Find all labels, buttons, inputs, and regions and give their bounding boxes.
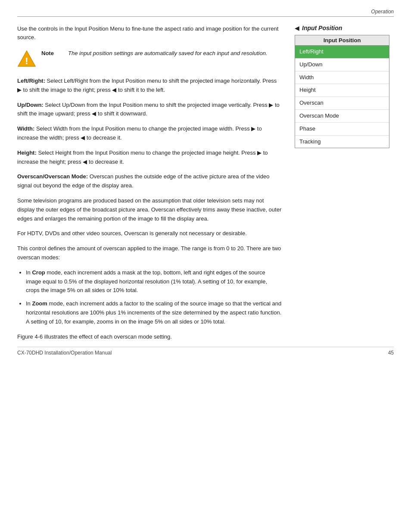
separator-line [17, 16, 394, 17]
section-height-title: Height: [17, 149, 37, 156]
menu-item-left-right[interactable]: Left/Right [295, 46, 389, 59]
section-overscan: Overscan/Overscan Mode: Overscan pushes … [17, 172, 282, 190]
body-para-2: For HDTV, DVDs and other video sources, … [17, 229, 282, 238]
menu-item-width[interactable]: Width [295, 72, 389, 84]
menu-box: Input Position Left/Right Up/Down Width … [295, 35, 389, 148]
menu-item-overscan-mode[interactable]: Overscan Mode [295, 110, 389, 123]
sidebar-title-text: Input Position [302, 25, 342, 31]
note-text: The input position settings are automati… [68, 49, 282, 58]
main-layout: Use the controls in the Input Position M… [17, 25, 394, 347]
section-height-body: Select Height from the Input Position me… [17, 149, 268, 165]
bullet-list: In Crop mode, each increment adds a mask… [26, 268, 282, 327]
left-content: Use the controls in the Input Position M… [17, 25, 282, 347]
menu-item-tracking[interactable]: Tracking [295, 136, 389, 148]
section-up-down: Up/Down: Select Up/Down from the Input P… [17, 101, 282, 119]
footer-right: 45 [388, 350, 394, 356]
menu-item-up-down[interactable]: Up/Down [295, 59, 389, 72]
section-left-right-title: Left/Right: [17, 78, 45, 84]
right-sidebar: ◀ Input Position Input Position Left/Rig… [295, 25, 394, 347]
section-width-body: Select Width from the Input Position men… [17, 125, 262, 141]
section-up-down-title: Up/Down: [17, 102, 44, 108]
menu-item-phase[interactable]: Phase [295, 123, 389, 136]
body-para-1: Some television programs are produced ba… [17, 196, 282, 223]
section-width: Width: Select Width from the Input Posit… [17, 124, 282, 143]
page-footer: CX-70DHD Installation/Operation Manual 4… [17, 347, 394, 356]
warning-icon: ! [17, 49, 36, 68]
bullet-crop-text: mode, each increment adds a mask at the … [26, 269, 267, 294]
section-width-title: Width: [17, 125, 34, 132]
bullet-zoom-bold: Zoom [32, 300, 47, 307]
sidebar-arrow: ◀ [295, 25, 299, 31]
intro-text: Use the controls in the Input Position M… [17, 25, 282, 41]
section-left-right-body: Select Left/Right from the Input Positio… [17, 78, 277, 93]
footer-left: CX-70DHD Installation/Operation Manual [17, 350, 112, 356]
bullet-crop: In Crop mode, each increment adds a mask… [26, 268, 282, 295]
section-up-down-body: Select Up/Down from the Input Position m… [17, 102, 280, 117]
svg-text:!: ! [25, 56, 28, 66]
menu-header: Input Position [295, 35, 389, 46]
bullet-crop-bold: Crop [32, 269, 45, 276]
sidebar-title-row: ◀ Input Position [295, 25, 394, 31]
menu-item-overscan[interactable]: Overscan [295, 97, 389, 110]
section-overscan-title: Overscan/Overscan Mode: [17, 173, 88, 180]
body-para-3: This control defines the amount of overs… [17, 244, 282, 262]
figure-text: Figure 4-6 illustrates the effect of eac… [17, 333, 282, 342]
operation-label: Operation [17, 9, 394, 15]
bullet-zoom-text: mode, each increment adds a factor to th… [26, 300, 281, 325]
menu-item-height[interactable]: Height [295, 84, 389, 97]
page-wrapper: Operation Use the controls in the Input … [0, 0, 411, 364]
note-label: Note [41, 49, 63, 56]
note-box: ! Note The input position settings are a… [17, 49, 282, 68]
section-height: Height: Select Height from the Input Pos… [17, 149, 282, 167]
bullet-zoom: In Zoom mode, each increment adds a fact… [26, 299, 282, 326]
section-left-right: Left/Right: Select Left/Right from the I… [17, 77, 282, 95]
